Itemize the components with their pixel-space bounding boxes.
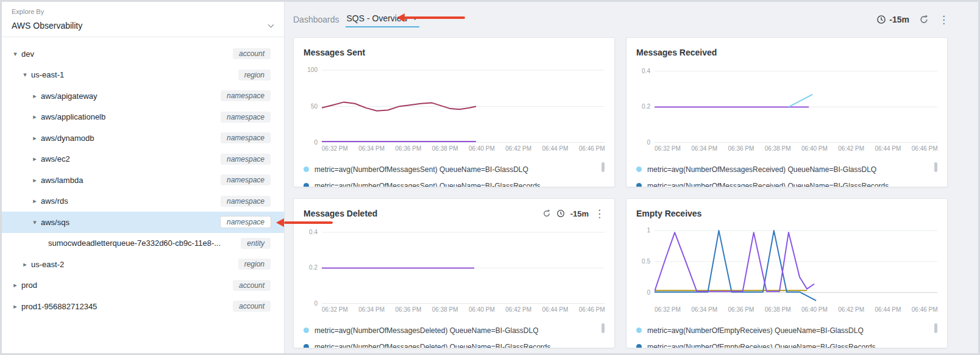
legend: metric=avg(NumberOfEmptyReceives) QueueN… (636, 322, 937, 348)
chevron-expanded-icon[interactable]: ▾ (30, 218, 40, 226)
legend-dot (304, 183, 309, 187)
explore-sidebar: Explore By AWS Observability ▾devaccount… (2, 2, 285, 353)
x-tick-label: 06:40 PM (801, 306, 828, 313)
chart-plot[interactable] (655, 227, 937, 304)
refresh-icon[interactable] (919, 15, 929, 24)
y-tick-label: 0.5 (642, 258, 650, 265)
dashboard-title: SQS - Overview (347, 13, 408, 23)
tree-node-label: us-east-2 (31, 260, 233, 269)
legend-scrollbar-thumb[interactable] (934, 323, 937, 333)
legend-scrollbar-thumb[interactable] (934, 162, 937, 172)
tree-node-aws-ec2[interactable]: ▸aws/ec2namespace (2, 149, 284, 170)
legend-scrollbar-thumb[interactable] (602, 162, 605, 172)
x-tick-label: 06:36 PM (396, 306, 422, 313)
x-tick-label: 06:34 PM (691, 306, 717, 313)
tree-node-prod[interactable]: ▸prodaccount (2, 275, 284, 296)
chevron-collapsed-icon[interactable]: ▸ (30, 113, 40, 121)
dashboard-panel: Empty Receives 00.51 06:32 PM06:34 PM06:… (626, 198, 948, 348)
y-axis: 00.20.4 (636, 66, 655, 143)
legend-item[interactable]: metric=avg(NumberOfMessagesReceived) Que… (636, 161, 929, 178)
panel-kebab-icon[interactable]: ⋮ (594, 209, 605, 219)
legend-item[interactable]: metric=avg(NumberOfMessagesDeleted) Queu… (304, 322, 596, 339)
header-controls: -15m ⋮ (876, 15, 949, 25)
chevron-collapsed-icon[interactable]: ▸ (20, 260, 30, 268)
legend-item[interactable]: metric=avg(NumberOfMessagesSent) QueueNa… (304, 178, 596, 187)
y-axis: 00.51 (636, 227, 655, 304)
x-tick-label: 06:40 PM (469, 306, 495, 313)
legend-dot (636, 344, 642, 348)
y-tick-label: 0 (314, 139, 318, 146)
node-type-badge: namespace (221, 154, 271, 165)
tree-node-aws-lambda[interactable]: ▸aws/lambdanamespace (2, 170, 284, 191)
x-tick-label: 06:44 PM (875, 306, 901, 313)
chevron-collapsed-icon[interactable]: ▸ (30, 155, 40, 163)
tree-node-label: aws/apigateway (41, 91, 216, 101)
clock-icon[interactable] (556, 209, 565, 218)
node-type-badge: entity (241, 238, 271, 249)
time-range-control[interactable]: -15m (876, 15, 909, 24)
legend-item[interactable]: metric=avg(NumberOfMessagesDeleted) Queu… (304, 339, 596, 348)
chevron-collapsed-icon[interactable]: ▸ (30, 176, 40, 184)
legend-item[interactable]: metric=avg(NumberOfEmptyReceives) QueueN… (636, 322, 929, 339)
legend-item[interactable]: metric=avg(NumberOfMessagesSent) QueueNa… (304, 161, 596, 178)
tree-node-aws-dynamodb[interactable]: ▸aws/dynamodbnamespace (2, 127, 284, 149)
tree-node-label: dev (21, 49, 228, 59)
x-tick-label: 06:44 PM (542, 145, 569, 152)
panel-time-range[interactable]: -15m (570, 209, 589, 218)
legend-label: metric=avg(NumberOfEmptyReceives) QueueN… (647, 326, 864, 335)
chart-plot[interactable] (322, 227, 605, 304)
refresh-icon[interactable] (542, 209, 551, 218)
tree-node-aws-rds[interactable]: ▸aws/rdsnamespace (2, 191, 284, 212)
chart-plot[interactable] (655, 66, 937, 143)
chart-plot[interactable] (322, 66, 605, 143)
tree-node-us-east-2[interactable]: ▸us-east-2region (2, 254, 284, 275)
x-tick-label: 06:34 PM (358, 306, 385, 313)
x-tick-label: 06:40 PM (801, 145, 828, 152)
x-tick-label: 06:46 PM (579, 306, 605, 313)
tree-node-prod1-956882712345[interactable]: ▸prod1-956882712345account (2, 296, 284, 317)
chevron-collapsed-icon[interactable]: ▸ (30, 92, 40, 100)
tree-node-aws-applicationelb[interactable]: ▸aws/applicationelbnamespace (2, 107, 284, 128)
x-axis: 06:32 PM06:34 PM06:36 PM06:38 PM06:40 PM… (655, 306, 937, 315)
legend-label: metric=avg(NumberOfMessagesSent) QueueNa… (314, 165, 528, 174)
kebab-menu-icon[interactable]: ⋮ (939, 15, 949, 25)
x-axis: 06:32 PM06:34 PM06:36 PM06:38 PM06:40 PM… (322, 306, 605, 315)
chart-area: 050100 (304, 66, 605, 143)
legend-dot (636, 167, 642, 172)
chevron-collapsed-icon[interactable]: ▸ (30, 197, 40, 205)
explore-by-section: Explore By AWS Observability (2, 2, 284, 37)
x-tick-label: 06:46 PM (912, 306, 938, 313)
explore-by-select[interactable]: AWS Observability (12, 21, 274, 30)
chevron-collapsed-icon[interactable]: ▸ (30, 134, 40, 142)
y-tick-label: 0 (647, 289, 650, 296)
tree-node-dev[interactable]: ▾devaccount (2, 43, 284, 65)
tree-node-us-east-1[interactable]: ▾us-east-1region (2, 65, 284, 86)
legend-scrollbar-thumb[interactable] (602, 323, 605, 333)
tree-node-sumocwdeadletterqueue-7e332d60-cb9c-11e8[interactable]: sumocwdeadletterqueue-7e332d60-cb9c-11e8… (2, 233, 284, 254)
x-tick-label: 06:32 PM (655, 145, 681, 152)
tree-node-label: aws/ec2 (41, 154, 216, 163)
x-tick-label: 06:32 PM (655, 306, 681, 313)
tree-node-label: aws/applicationelb (41, 112, 216, 121)
legend: metric=avg(NumberOfMessagesDeleted) Queu… (304, 322, 605, 348)
chevron-collapsed-icon[interactable]: ▸ (10, 303, 20, 310)
legend-item[interactable]: metric=avg(NumberOfMessagesReceived) Que… (636, 178, 929, 187)
tree-node-aws-apigateway[interactable]: ▸aws/apigatewaynamespace (2, 85, 284, 107)
chevron-down-icon (412, 16, 418, 20)
chevron-expanded-icon[interactable]: ▾ (20, 71, 30, 79)
node-type-badge: namespace (221, 174, 271, 185)
entity-tree: ▾devaccount▾us-east-1region▸aws/apigatew… (2, 37, 284, 317)
tree-node-aws-sqs[interactable]: ▾aws/sqsnamespace (2, 212, 284, 233)
dashboard-selector[interactable]: SQS - Overview (346, 12, 419, 27)
y-tick-label: 1 (647, 227, 650, 234)
y-tick-label: 0.2 (642, 103, 650, 110)
chevron-collapsed-icon[interactable]: ▸ (10, 281, 20, 289)
legend-item[interactable]: metric=avg(NumberOfEmptyReceives) QueueN… (636, 339, 929, 348)
x-tick-label: 06:40 PM (469, 145, 495, 152)
tree-node-label: prod1-956882712345 (21, 302, 228, 311)
clock-icon (876, 15, 886, 24)
node-type-badge: account (233, 280, 271, 291)
dashboard-main: Dashboards SQS - Overview -15m ⋮ Message… (285, 2, 978, 353)
legend-dot (304, 328, 309, 333)
chevron-expanded-icon[interactable]: ▾ (10, 50, 20, 58)
